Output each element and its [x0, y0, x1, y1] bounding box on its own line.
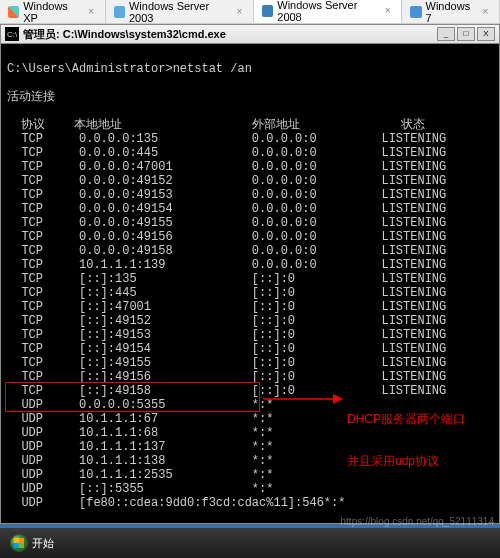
tab-label: Windows XP: [23, 0, 81, 24]
tab-label: Windows 7: [426, 0, 476, 24]
svg-marker-1: [333, 394, 343, 404]
tab-close-icon[interactable]: ×: [234, 6, 245, 18]
vm-desktop: C:\ 管理员: C:\Windows\system32\cmd.exe _ □…: [0, 24, 500, 558]
terminal-output[interactable]: C:\Users\Administrator>netstat /an 活动连接 …: [0, 44, 500, 524]
close-button[interactable]: X: [477, 27, 495, 41]
minimize-button[interactable]: _: [437, 27, 455, 41]
tab-close-icon[interactable]: ×: [382, 5, 393, 17]
tab-windows-7[interactable]: Windows 7×: [402, 0, 500, 23]
os-icon: [262, 5, 273, 17]
tab-label: Windows Server 2008: [277, 0, 378, 23]
cmd-icon: C:\: [5, 27, 19, 41]
cmd-titlebar[interactable]: C:\ 管理员: C:\Windows\system32\cmd.exe _ □…: [0, 24, 500, 44]
window-title: 管理员: C:\Windows\system32\cmd.exe: [23, 27, 435, 42]
tab-windows-server-2008[interactable]: Windows Server 2008×: [254, 0, 402, 23]
os-icon: [410, 6, 421, 18]
annotation-text: DHCP服务器两个端口 并且采用udp协议: [347, 384, 465, 496]
start-orb-icon: [10, 534, 28, 552]
tab-windows-server-2003[interactable]: Windows Server 2003×: [106, 0, 254, 23]
taskbar: 开始: [0, 528, 500, 558]
watermark: https://blog.csdn.net/qq_52111314: [341, 516, 494, 527]
start-label: 开始: [32, 536, 54, 551]
tab-windows-xp[interactable]: Windows XP×: [0, 0, 106, 23]
start-button[interactable]: 开始: [0, 528, 64, 558]
os-icon: [8, 6, 19, 18]
vm-tabbar: Windows XP×Windows Server 2003×Windows S…: [0, 0, 500, 24]
tab-close-icon[interactable]: ×: [480, 6, 491, 18]
tab-label: Windows Server 2003: [129, 0, 230, 24]
os-icon: [114, 6, 125, 18]
maximize-button[interactable]: □: [457, 27, 475, 41]
tab-close-icon[interactable]: ×: [86, 6, 97, 18]
arrow-icon: [263, 389, 343, 409]
